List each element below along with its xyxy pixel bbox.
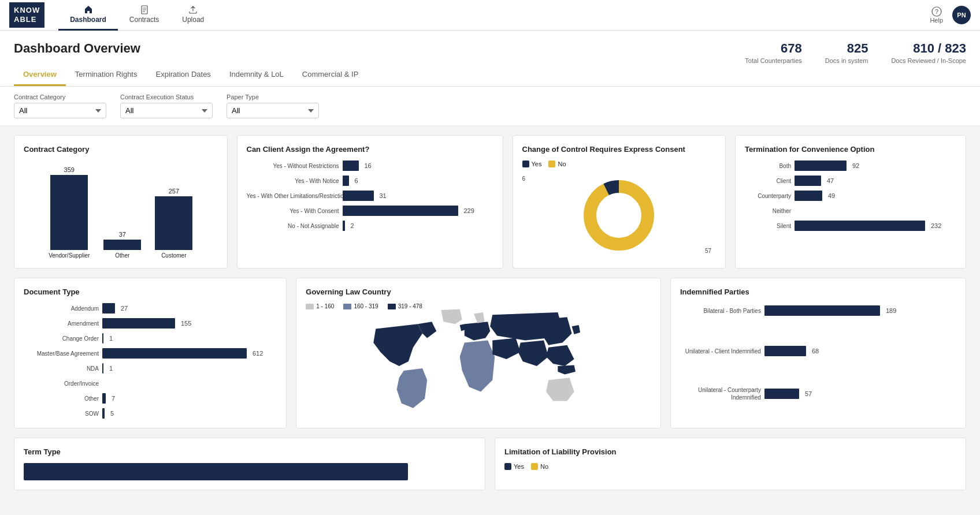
svg-point-6 — [590, 186, 648, 244]
lol-no: No — [531, 463, 548, 470]
doc-type-chart: Addendum 27 Amendment 155 Change Order 1… — [24, 303, 277, 419]
page-header: Dashboard Overview 678 Total Counterpart… — [0, 31, 980, 87]
tab-expiration-dates[interactable]: Expiration Dates — [146, 64, 220, 86]
donut-container: 6 57 — [522, 172, 717, 259]
dashboard-main: Contract Category 359 Vendor/Supplier 37… — [0, 126, 980, 499]
filters-bar: Contract Category All Contract Execution… — [0, 87, 980, 126]
nav-contracts[interactable]: Contracts — [118, 0, 170, 31]
bar-label-customer: Customer — [161, 252, 186, 259]
tab-termination-rights[interactable]: Termination Rights — [66, 64, 147, 86]
doctype-amendment: Amendment 155 — [24, 318, 277, 329]
card-termination-convenience: Termination for Convenience Option Both … — [735, 135, 966, 268]
nav-right: ? Help PN — [930, 6, 971, 24]
user-avatar[interactable]: PN — [952, 6, 971, 24]
filter-contract-category: Contract Category All — [14, 94, 106, 118]
assign-row-2: Yes - With Other Limitations/Restriction… — [247, 191, 493, 201]
bar-vendor[interactable] — [50, 175, 88, 250]
legend-no-dot — [548, 161, 555, 167]
main-tabs: Overview Termination Rights Expiration D… — [14, 64, 966, 86]
term-row-silent: Silent 232 — [745, 221, 956, 231]
assign-row-4: No - Not Assignable 2 — [247, 221, 493, 231]
nav-dashboard[interactable]: Dashboard — [58, 0, 118, 31]
legend-yes: Yes — [522, 161, 542, 167]
card-row-3: Term Type Limitation of Liability Provis… — [14, 438, 966, 490]
legend-no: No — [548, 161, 566, 167]
donut-no-label: 57 — [705, 248, 711, 254]
filter-paper-type-label: Paper Type — [227, 94, 319, 100]
card-contract-category: Contract Category 359 Vendor/Supplier 37… — [14, 135, 228, 268]
bar-label-other: Other — [115, 252, 129, 259]
filter-execution-status-select[interactable]: All — [120, 103, 213, 118]
card-document-type: Document Type Addendum 27 Amendment 155 … — [14, 278, 287, 428]
bar-other[interactable] — [103, 240, 141, 250]
card-lol-provision: Limitation of Liability Provision Yes No — [495, 438, 966, 490]
card-row-1: Contract Category 359 Vendor/Supplier 37… — [14, 135, 966, 268]
bar-label-vendor: Vendor/Supplier — [49, 252, 90, 259]
svg-text:?: ? — [935, 8, 938, 15]
world-map-svg — [351, 305, 606, 427]
bar-val-customer: 257 — [169, 188, 179, 195]
tab-indemnity[interactable]: Indemnity & LoL — [220, 64, 293, 86]
card-change-control: Change of Control Requires Express Conse… — [513, 135, 726, 268]
lol-yes: Yes — [504, 463, 524, 470]
doctype-other: Other 7 — [24, 393, 277, 404]
assign-chart: Yes - Without Restrictions 16 Yes - With… — [247, 161, 493, 231]
top-nav: KNOW ABLE Dashboard Contracts Upload ? — [0, 0, 980, 31]
indemnified-chart: Bilateral - Both Parties 189 Unilateral … — [680, 305, 956, 401]
tab-commercial-ip[interactable]: Commercial & IP — [293, 64, 368, 86]
legend-yes-dot — [522, 161, 529, 167]
bar-val-vendor: 359 — [64, 166, 75, 173]
filter-contract-category-select[interactable]: All — [14, 103, 106, 118]
home-icon — [84, 5, 93, 14]
filter-paper-type: Paper Type All — [227, 94, 319, 118]
assign-row-0: Yes - Without Restrictions 16 — [247, 161, 493, 171]
bar-val-other: 37 — [119, 231, 126, 238]
indemnified-bilateral: Bilateral - Both Parties 189 — [680, 305, 956, 316]
term-row-counterparty: Counterparty 49 — [745, 191, 956, 201]
logo[interactable]: KNOW ABLE — [9, 2, 44, 27]
header-top: Dashboard Overview 678 Total Counterpart… — [14, 41, 966, 64]
filter-paper-type-select[interactable]: All — [227, 103, 319, 118]
indemnified-unilateral-counterparty: Unilateral - Counterparty Indemnified 57 — [680, 386, 956, 401]
term-type-bar — [24, 463, 408, 480]
map-legend-light: 1 - 160 — [306, 303, 334, 309]
stats-row: 678 Total Counterparties 825 Docs in sys… — [745, 41, 966, 64]
doctype-sow: SOW 5 — [24, 408, 277, 419]
help-icon: ? — [931, 6, 942, 17]
doctype-master: Master/Base Agreement 612 — [24, 348, 277, 359]
card-governing-law: Governing Law Country 1 - 160 160 - 319 … — [296, 278, 661, 428]
doctype-change-order: Change Order 1 — [24, 333, 277, 344]
assign-row-3: Yes - With Consent 229 — [247, 206, 493, 216]
stat-docs-system: 825 Docs in system — [825, 41, 868, 64]
card-can-client-assign: Can Client Assign the Agreement? Yes - W… — [237, 135, 503, 268]
filter-execution-status: Contract Execution Status All — [120, 94, 213, 118]
card-indemnified-parties: Indemnified Parties Bilateral - Both Par… — [670, 278, 966, 428]
doctype-nda: NDA 1 — [24, 363, 277, 374]
assign-row-1: Yes - With Notice 6 — [247, 176, 493, 186]
page-title: Dashboard Overview — [14, 41, 140, 56]
card-term-type: Term Type — [14, 438, 485, 490]
tab-overview[interactable]: Overview — [14, 64, 66, 86]
donut-chart-svg — [576, 172, 662, 259]
donut-legend: Yes No — [522, 161, 717, 167]
stat-docs-reviewed: 810 / 823 Docs Reviewed / In-Scope — [891, 41, 966, 64]
upload-icon — [188, 5, 198, 14]
nav-upload[interactable]: Upload — [170, 0, 216, 31]
bar-customer[interactable] — [155, 196, 192, 250]
term-row-client: Client 47 — [745, 176, 956, 186]
term-row-both: Both 92 — [745, 161, 956, 171]
map-legend-light-box — [306, 304, 314, 309]
card-row-2: Document Type Addendum 27 Amendment 155 … — [14, 278, 966, 428]
termination-chart: Both 92 Client 47 Counterparty 49 Neithe… — [745, 161, 956, 231]
help-button[interactable]: ? Help — [930, 6, 943, 24]
doc-icon — [140, 5, 149, 14]
stat-counterparties: 678 Total Counterparties — [745, 41, 801, 64]
doctype-addendum: Addendum 27 — [24, 303, 277, 314]
term-row-neither: Neither — [745, 206, 956, 216]
doctype-order-invoice: Order/Invoice — [24, 378, 277, 389]
filter-contract-category-label: Contract Category — [14, 94, 106, 100]
indemnified-unilateral-client: Unilateral - Client Indemnified 68 — [680, 346, 956, 356]
filter-execution-status-label: Contract Execution Status — [120, 94, 213, 100]
donut-yes-label: 6 — [522, 176, 526, 182]
map-legend-mid-box — [343, 304, 351, 309]
